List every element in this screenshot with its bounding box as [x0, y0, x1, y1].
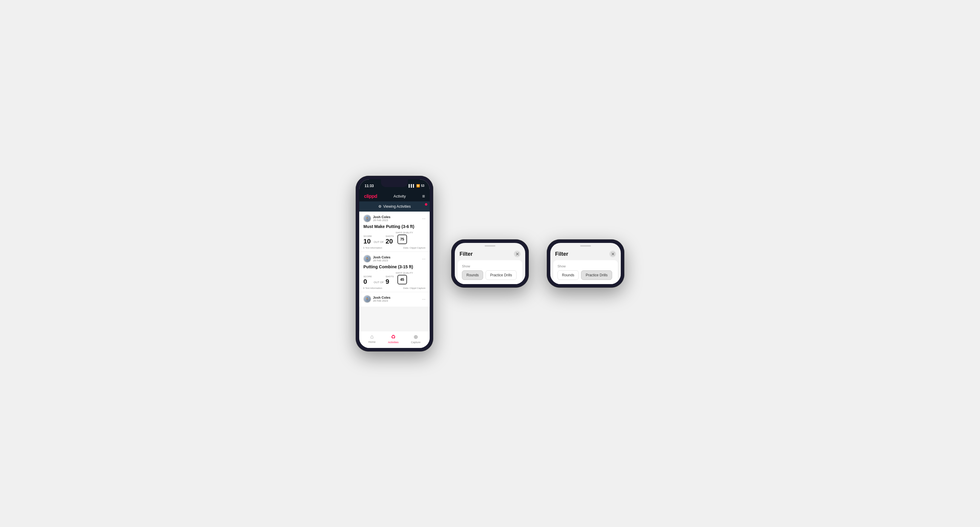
filter-overlay-3: Filter ✕ Show Rounds Practice Drills Pra…	[550, 243, 621, 284]
nav-activities-1[interactable]: ♻ Activities	[388, 333, 399, 344]
phone-3-screen: 11:33 ▌▌▌ 🛜 53 clippd Activity ≡ ⚙ Viewi…	[550, 243, 621, 284]
user-name-3: Josh Coles	[373, 296, 391, 299]
rounds-show-btn-3[interactable]: Rounds	[557, 270, 579, 280]
user-name-1: Josh Coles	[373, 215, 391, 219]
score-group-1: Score 10	[363, 235, 372, 245]
user-date-2: 28 Feb 2023	[373, 259, 391, 262]
card-header-2: 🏌 Josh Coles 28 Feb 2023 ···	[363, 255, 425, 263]
quality-group-2: Shot Quality 45	[396, 271, 413, 285]
activity-card-3: 🏌 Josh Coles 28 Feb 2023 ···	[359, 292, 430, 307]
filter-header-2: Filter ✕	[455, 246, 525, 260]
shots-value-1: 20	[385, 238, 394, 245]
capture-icon-1: ⊕	[414, 333, 418, 340]
wifi-icon-1: 🛜	[416, 184, 420, 187]
battery-1: 53	[421, 184, 424, 187]
phone-2: 11:33 ▌▌▌ 🛜 53 clippd Activity ≡ ⚙ Viewi…	[451, 239, 529, 288]
more-dots-2[interactable]: ···	[422, 256, 425, 261]
card-footer-2: ℹ Test Information Data: Clippd Capture	[363, 287, 425, 289]
home-icon-1: ⌂	[370, 333, 374, 340]
show-label-3: Show	[557, 264, 614, 268]
test-info-2: ℹ Test Information	[363, 287, 382, 289]
quality-group-1: Shot Quality 75	[396, 231, 413, 245]
activity-card-2: 🏌 Josh Coles 28 Feb 2023 ··· Putting Com…	[359, 252, 430, 292]
avatar-1: 🏌	[363, 214, 371, 222]
status-icons-1: ▌▌▌ 🛜 53	[409, 184, 424, 187]
nav-title-1: Activity	[393, 194, 406, 198]
shots-value-2: 9	[385, 278, 394, 285]
filter-title-2: Filter	[460, 251, 473, 257]
user-info-2: 🏌 Josh Coles 28 Feb 2023	[363, 255, 391, 263]
activities-label-1: Activities	[388, 341, 399, 344]
avatar-2: 🏌	[363, 255, 371, 263]
quality-badge-2: 45	[398, 275, 407, 284]
show-label-2: Show	[462, 264, 518, 268]
nav-capture-1[interactable]: ⊕ Capture	[411, 333, 420, 344]
viewing-banner-1[interactable]: ⚙ Viewing Activities	[359, 202, 430, 211]
status-time-1: 11:33	[364, 184, 374, 188]
avatar-3: 🏌	[363, 295, 371, 303]
signal-icon-1: ▌▌▌	[409, 184, 415, 187]
activity-title-1: Must Make Putting (3-6 ft)	[363, 224, 425, 229]
shots-label-1: Shots	[385, 235, 394, 238]
filter-close-2[interactable]: ✕	[514, 251, 520, 257]
data-source-1: Data: Clippd Capture	[403, 246, 425, 249]
avatar-img-3: 🏌	[364, 296, 371, 302]
red-dot-1	[425, 203, 427, 206]
stats-row-1: Score 10 OUT OF Shots 20 Shot Quality 75	[363, 231, 425, 245]
user-details-2: Josh Coles 28 Feb 2023	[373, 256, 391, 262]
notch-1	[381, 179, 408, 187]
user-details-3: Josh Coles 28 Feb 2023	[373, 296, 391, 302]
shots-group-2: Shots 9	[385, 275, 394, 285]
user-info-3: 🏌 Josh Coles 28 Feb 2023	[363, 295, 391, 303]
nav-logo-1: clippd	[364, 194, 377, 199]
filter-sheet-2: Filter ✕ Show Rounds Practice Drills Rou…	[455, 243, 525, 284]
quality-label-2: Shot Quality	[396, 271, 413, 274]
rounds-show-btn-2[interactable]: Rounds	[462, 270, 483, 280]
filter-header-3: Filter ✕	[550, 246, 621, 260]
filter-close-3[interactable]: ✕	[609, 251, 616, 257]
card-header-3: 🏌 Josh Coles 28 Feb 2023 ···	[363, 295, 425, 303]
home-label-1: Home	[369, 340, 375, 343]
viewing-icon-1: ⚙	[378, 205, 382, 209]
phone-3: 11:33 ▌▌▌ 🛜 53 clippd Activity ≡ ⚙ Viewi…	[547, 239, 624, 288]
score-label-1: Score	[363, 235, 372, 238]
filter-body-2: Show Rounds Practice Drills Rounds Pract…	[458, 260, 522, 284]
nav-menu-1[interactable]: ≡	[422, 194, 425, 199]
activity-content-1: 🏌 Josh Coles 28 Feb 2023 ··· Must Make P…	[359, 211, 430, 331]
activities-icon-1: ♻	[391, 333, 396, 340]
bottom-nav-1: ⌂ Home ♻ Activities ⊕ Capture	[359, 331, 430, 348]
shots-group-1: Shots 20	[385, 235, 394, 245]
practice-drills-show-btn-2[interactable]: Practice Drills	[485, 270, 516, 280]
scene: 11:33 ▌▌▌ 🛜 53 clippd Activity ≡ ⚙ Viewi…	[338, 158, 642, 370]
avatar-img-2: 🏌	[364, 256, 371, 262]
user-name-2: Josh Coles	[373, 256, 391, 259]
user-details-1: Josh Coles 28 Feb 2023	[373, 215, 391, 222]
user-info-1: 🏌 Josh Coles 28 Feb 2023	[363, 214, 391, 222]
show-options-3: Rounds Practice Drills	[557, 270, 614, 280]
more-dots-1[interactable]: ···	[422, 216, 425, 221]
user-date-3: 28 Feb 2023	[373, 299, 391, 302]
practice-drills-show-btn-3[interactable]: Practice Drills	[581, 270, 612, 280]
show-options-2: Rounds Practice Drills	[462, 270, 518, 280]
phone-1: 11:33 ▌▌▌ 🛜 53 clippd Activity ≡ ⚙ Viewi…	[356, 176, 433, 352]
test-info-1: ℹ Test Information	[363, 246, 382, 249]
phone-2-screen: 11:33 ▌▌▌ 🛜 53 clippd Activity ≡ ⚙ Viewi…	[455, 243, 525, 284]
activity-card-1: 🏌 Josh Coles 28 Feb 2023 ··· Must Make P…	[359, 211, 430, 252]
viewing-label-1: Viewing Activities	[383, 205, 411, 209]
shots-label-2: Shots	[385, 275, 394, 278]
card-header-1: 🏌 Josh Coles 28 Feb 2023 ···	[363, 214, 425, 222]
score-value-2: 0	[363, 278, 372, 285]
more-dots-3[interactable]: ···	[422, 297, 425, 302]
nav-bar-1: clippd Activity ≡	[359, 191, 430, 202]
score-value-1: 10	[363, 238, 372, 245]
filter-body-3: Show Rounds Practice Drills Practice Dri…	[553, 260, 618, 284]
nav-home-1[interactable]: ⌂ Home	[369, 333, 375, 344]
quality-label-1: Shot Quality	[396, 231, 413, 234]
activity-title-2: Putting Combine (3-15 ft)	[363, 264, 425, 269]
avatar-img-1: 🏌	[364, 215, 371, 222]
data-source-2: Data: Clippd Capture	[403, 287, 425, 289]
out-of-1: OUT OF	[374, 241, 384, 243]
score-label-2: Score	[363, 275, 372, 278]
capture-label-1: Capture	[411, 341, 420, 344]
user-date-1: 28 Feb 2023	[373, 219, 391, 222]
